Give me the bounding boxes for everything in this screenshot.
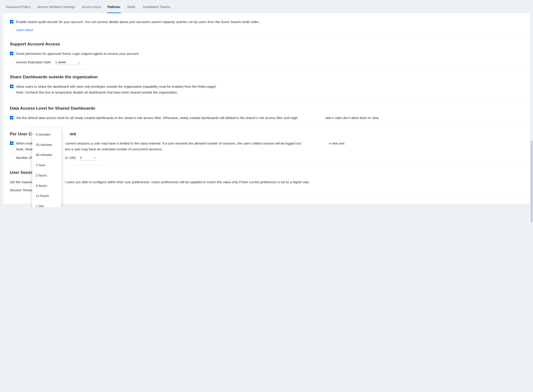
checkbox-data-access[interactable] <box>10 116 14 120</box>
session-timeout-label: Session Timeout <box>10 188 523 193</box>
dropdown-option-1h[interactable]: 1 hour <box>32 160 61 170</box>
dropdown-option-2h[interactable]: 2 hours <box>32 170 61 181</box>
concurrent-count-value: 2 <box>80 155 82 160</box>
tab-service-whitelist[interactable]: Service Whitelist Settings <box>37 3 75 13</box>
section-title-share: Share Dashboards outside the organizatio… <box>10 74 523 80</box>
scrollbar[interactable] <box>531 14 533 207</box>
share-text: Allow users to share the dashboard with … <box>16 84 217 88</box>
checkbox-share-dashboards[interactable] <box>10 84 14 88</box>
support-access-text: Grant permission for approved Sumo Logic… <box>16 51 139 56</box>
section-title-support: Support Account Access <box>10 41 523 47</box>
concurrent-count-select[interactable]: 2 <box>79 155 97 161</box>
dropdown-option-6h[interactable]: 6 hours <box>32 181 61 191</box>
access-expiration-value: 1 week <box>55 60 66 65</box>
dropdown-option-30m[interactable]: 30 minutes <box>32 150 61 160</box>
checkbox-search-audit[interactable] <box>10 20 14 23</box>
access-expiration-label: Access Expiration Date <box>16 60 51 65</box>
search-audit-text: Enable search audit records for your acc… <box>16 19 260 24</box>
tab-access-keys[interactable]: Access Keys <box>81 3 101 13</box>
section-title-concurrent: Per User Concumit <box>10 131 523 137</box>
section-title-data-access: Data Access Level for Shared Dashboards <box>10 105 523 112</box>
dropdown-option-12h[interactable]: 12 hours <box>32 191 61 201</box>
tab-policies[interactable]: Policies <box>107 3 121 13</box>
dropdown-option-15m[interactable]: 15 minutes <box>32 140 61 150</box>
section-title-session: User Session Ti <box>10 169 523 176</box>
tab-bar: Password Policy Service Whitelist Settin… <box>3 0 530 13</box>
session-body: Set the maximum t users are able to conf… <box>10 180 523 185</box>
scrollbar-thumb[interactable] <box>531 140 533 207</box>
tab-password-policy[interactable]: Password Policy <box>5 3 31 13</box>
chevron-down-icon <box>94 155 96 160</box>
policies-panel: Enable search audit records for your acc… <box>3 13 530 204</box>
checkbox-support-access[interactable] <box>10 52 14 55</box>
concurrent-text: When enableccurrent sessions a user may … <box>16 141 345 152</box>
learn-more-link[interactable]: Learn More <box>16 28 33 33</box>
data-access-text: Set the default data access level for al… <box>16 116 379 120</box>
checkbox-concurrent[interactable] <box>10 141 14 145</box>
dropdown-option-1d[interactable]: 1 day <box>32 201 61 207</box>
chevron-down-icon <box>78 60 80 65</box>
access-expiration-select[interactable]: 1 week <box>54 59 81 65</box>
tab-installation-tokens[interactable]: Installation Tokens <box>143 3 171 13</box>
share-note: Note: Uncheck this box to temporarily di… <box>16 90 217 95</box>
dropdown-option-5m[interactable]: 5 minutes <box>32 129 61 140</box>
tab-saml[interactable]: SAML <box>127 3 137 13</box>
session-timeout-dropdown: 5 minutes 15 minutes 30 minutes 1 hour 2… <box>32 128 61 207</box>
